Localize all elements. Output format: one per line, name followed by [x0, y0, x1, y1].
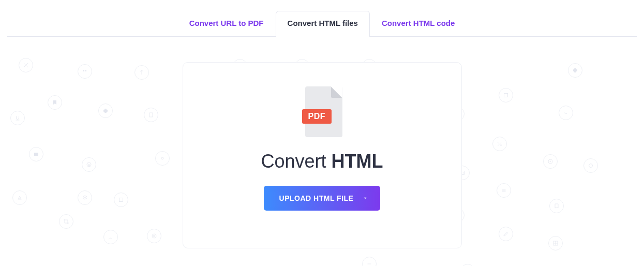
svg-rect-10 — [504, 94, 508, 97]
compass-icon — [82, 157, 96, 172]
focus-icon — [543, 154, 558, 169]
svg-point-11 — [498, 142, 499, 143]
frame-icon — [114, 193, 128, 207]
pencil-icon — [499, 227, 513, 241]
layers-icon — [78, 190, 92, 205]
brush-icon — [103, 230, 118, 244]
svg-rect-0 — [149, 113, 153, 117]
extension-icon — [568, 63, 582, 78]
heading-bold: HTML — [332, 151, 383, 172]
shape-icon — [583, 158, 598, 173]
caret-down-icon — [363, 196, 368, 201]
underline-icon — [10, 111, 25, 125]
heading-prefix: Convert — [261, 151, 331, 172]
bubble-icon — [460, 264, 475, 266]
svg-point-14 — [550, 161, 551, 162]
font-icon — [12, 190, 27, 205]
bookmark2-icon — [549, 199, 564, 213]
merge-icon — [134, 65, 149, 80]
tab-convert-url[interactable]: Convert URL to PDF — [177, 11, 276, 37]
svg-point-12 — [501, 145, 502, 146]
tab-convert-html-files[interactable]: Convert HTML files — [276, 11, 370, 37]
svg-point-5 — [154, 235, 155, 237]
puzzle-icon — [98, 104, 113, 118]
tab-convert-html-code[interactable]: Convert HTML code — [370, 11, 467, 37]
app-icon — [499, 88, 513, 102]
wave-icon — [559, 106, 573, 120]
svg-point-17 — [589, 164, 593, 168]
settings-icon — [155, 151, 170, 166]
svg-point-13 — [548, 159, 552, 164]
crop-icon — [59, 214, 73, 229]
percent-icon — [492, 137, 507, 151]
target-icon — [147, 229, 161, 243]
upload-html-file-button[interactable]: UPLOAD HTML FILE — [264, 186, 381, 211]
tabs-list: Convert URL to PDF Convert HTML files Co… — [177, 10, 467, 36]
tabs-bar: Convert URL to PDF Convert HTML files Co… — [7, 0, 637, 37]
image-icon — [29, 147, 43, 161]
bookmark-icon — [48, 95, 62, 110]
svg-point-2 — [87, 162, 91, 167]
minus-icon — [362, 257, 377, 266]
document-icon — [144, 108, 158, 122]
pdf-file-icon: PDF — [302, 86, 342, 137]
upload-card: PDF Convert HTML UPLOAD HTML FILE — [183, 62, 462, 248]
svg-rect-1 — [34, 153, 38, 156]
convert-heading: Convert HTML — [261, 151, 383, 172]
svg-rect-16 — [553, 241, 558, 245]
upload-button-label: UPLOAD HTML FILE — [279, 194, 354, 202]
quote-icon — [78, 64, 92, 79]
svg-rect-3 — [119, 198, 123, 202]
grid2-icon — [548, 236, 563, 250]
tool-icon — [19, 58, 33, 72]
pdf-badge: PDF — [302, 109, 332, 124]
sliders-icon — [497, 183, 511, 198]
svg-point-6 — [161, 157, 163, 159]
svg-point-4 — [152, 234, 156, 238]
